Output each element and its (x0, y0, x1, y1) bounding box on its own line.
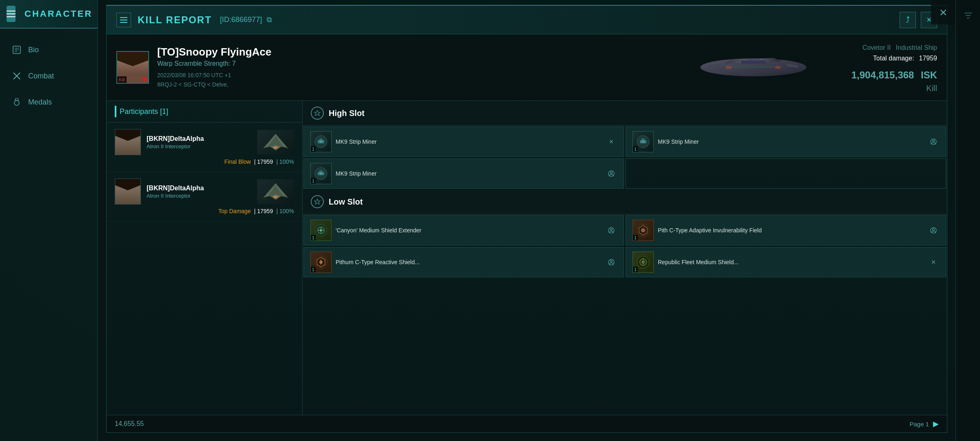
avatar-kill-label: Kill (117, 76, 127, 83)
low-slot-icon (311, 195, 324, 208)
page-indicator: Page 1 ▶ (909, 419, 939, 428)
high-slot-header: High Slot (303, 101, 947, 126)
high-slot-name-2: MK9 Strip Miner (658, 138, 924, 145)
bottom-value: 14,655.55 (115, 420, 144, 428)
participant-hair-2 (115, 179, 140, 190)
low-slot-icon-1: 1 (310, 220, 332, 241)
kr-main-body: Participants [1] [BKRN]DeltaAlpha (107, 101, 947, 415)
low-slot-item-4: 1 Republic Fleet Medium Shield... × (626, 247, 946, 277)
participant-stat-label-1: Final Blow (225, 158, 251, 165)
participant-info-2: [BKRN]DeltaAlpha Atron II Interceptor (147, 185, 252, 199)
low-slot-icon-4: 1 (633, 252, 654, 273)
low-slot-action-3[interactable] (606, 256, 617, 268)
low-slot-grid: 1 'Canyon' Medium Shield Extender (303, 214, 947, 278)
sidebar-navigation: Bio Combat Medals (0, 29, 98, 123)
kr-top-info: Kill [TO]Snoopy FlyingAce Warp Scramble … (107, 34, 947, 101)
svg-rect-13 (741, 60, 766, 64)
high-slot-icon-1: 1 (310, 131, 332, 152)
svg-point-33 (933, 140, 935, 142)
participant-name-2: [BKRN]DeltaAlpha (147, 185, 252, 192)
kr-id: [ID:6866977] ⧉ (220, 16, 272, 24)
avatar-hair (117, 52, 148, 66)
low-slot-action-1[interactable] (606, 225, 617, 236)
ship-image-area (692, 41, 815, 94)
pilot-avatar: Kill (116, 51, 149, 84)
participant-card-1: [BKRN]DeltaAlpha Atron II Interceptor (107, 122, 302, 172)
high-slot-icon-3: 1 (310, 163, 332, 184)
low-slot-action-2[interactable] (928, 225, 939, 236)
high-slot-icon (311, 107, 324, 120)
filter-icon[interactable] (961, 8, 976, 23)
low-slot-item-1: 1 'Canyon' Medium Shield Extender (303, 215, 624, 245)
low-slot-name-1: 'Canyon' Medium Shield Extender (336, 227, 601, 234)
header-bar-accent (115, 106, 116, 117)
sidebar: CHARACTER Bio Combat (0, 0, 98, 441)
right-panel (956, 0, 980, 441)
participant-stats-2: Top Damage | 17959 | 100% (115, 208, 294, 214)
participant-avatar-1 (115, 129, 141, 155)
copy-icon[interactable]: ⧉ (267, 16, 272, 24)
ship-stats: Covetor II Industrial Ship Total damage:… (823, 42, 937, 93)
svg-point-20 (273, 146, 278, 149)
kr-menu-button[interactable] (116, 13, 131, 27)
participant-stats-1: Final Blow | 17959 | 100% (115, 158, 294, 165)
high-slot-action-3[interactable] (606, 168, 617, 179)
next-page-button[interactable]: ▶ (933, 419, 939, 428)
participant-ship-img-1 (257, 130, 294, 154)
high-slot-action-2[interactable] (928, 136, 939, 147)
svg-rect-36 (319, 170, 323, 172)
kill-report-body: Kill [TO]Snoopy FlyingAce Warp Scramble … (107, 34, 947, 432)
ship-silhouette (692, 41, 815, 94)
high-slot-item-3: 1 MK9 Strip Miner (303, 158, 624, 189)
participant-row-2: [BKRN]DeltaAlpha Atron II Interceptor (115, 178, 294, 205)
kill-report-bottom-bar: 14,655.55 Page 1 ▶ (107, 415, 947, 432)
high-slot-grid: 1 MK9 Strip Miner × (303, 126, 947, 189)
hamburger-menu-button[interactable] (7, 6, 16, 22)
high-slot-title: High Slot (329, 109, 365, 118)
svg-point-49 (641, 228, 645, 232)
outcome-badge: Kill (823, 84, 937, 93)
svg-rect-14 (747, 59, 760, 61)
participant-face-2 (115, 179, 140, 204)
low-slot-header: Low Slot (303, 189, 947, 214)
mini-ship-1 (259, 132, 292, 152)
svg-point-61 (641, 261, 645, 264)
participant-ship-1: Atron II Interceptor (147, 143, 252, 149)
svg-point-37 (320, 172, 322, 175)
svg-rect-17 (733, 66, 774, 67)
main-window: KILL REPORT [ID:6866977] ⧉ ⤴ × Kill (98, 0, 956, 441)
high-slot-icon-2: 1 (633, 131, 654, 152)
low-slot-action-4[interactable]: × (928, 256, 939, 268)
svg-point-23 (273, 196, 278, 198)
export-button[interactable]: ⤴ (900, 12, 916, 28)
participant-damage-1: | 17959 (254, 158, 273, 165)
sidebar-item-combat[interactable]: Combat (0, 63, 98, 89)
high-slot-action-1[interactable]: × (606, 136, 617, 147)
svg-point-57 (610, 261, 612, 263)
isk-value: 1,904,815,368 ISK (823, 65, 937, 82)
svg-rect-30 (641, 138, 645, 140)
slots-panel[interactable]: High Slot (303, 101, 947, 415)
participant-stat-label-2: Top Damage (218, 208, 251, 214)
kr-title: KILL REPORT (138, 14, 212, 26)
participant-info-1: [BKRN]DeltaAlpha Atron II Interceptor (147, 135, 252, 149)
low-slot-icon-3: 1 (310, 252, 332, 273)
app-close-button[interactable]: × (931, 0, 956, 24)
total-damage-row: Total damage: 17959 (823, 55, 937, 62)
high-slot-name-1: MK9 Strip Miner (336, 138, 601, 145)
pilot-date: 2022/03/08 16:07:50 UTC +1 8RQJ-2 < SG-C… (157, 71, 684, 89)
sidebar-combat-label: Combat (28, 72, 54, 80)
svg-point-15 (726, 66, 732, 69)
medals-icon (11, 96, 22, 108)
low-slot-icon-2: 1 (633, 220, 654, 241)
pilot-info: [TO]Snoopy FlyingAce Warp Scramble Stren… (157, 46, 684, 89)
high-slot-item-2: 1 MK9 Strip Miner (626, 127, 946, 157)
participant-row-1: [BKRN]DeltaAlpha Atron II Interceptor (115, 129, 294, 155)
participant-ship-2: Atron II Interceptor (147, 193, 252, 199)
sidebar-item-bio[interactable]: Bio (0, 37, 98, 63)
low-slot-name-2: Pith C-Type Adaptive Invulnerability Fie… (658, 227, 924, 234)
sidebar-item-medals[interactable]: Medals (0, 89, 98, 115)
participants-header: Participants [1] (107, 101, 302, 122)
pilot-name: [TO]Snoopy FlyingAce (157, 46, 684, 58)
kill-report-modal: KILL REPORT [ID:6866977] ⧉ ⤴ × Kill (106, 5, 947, 433)
